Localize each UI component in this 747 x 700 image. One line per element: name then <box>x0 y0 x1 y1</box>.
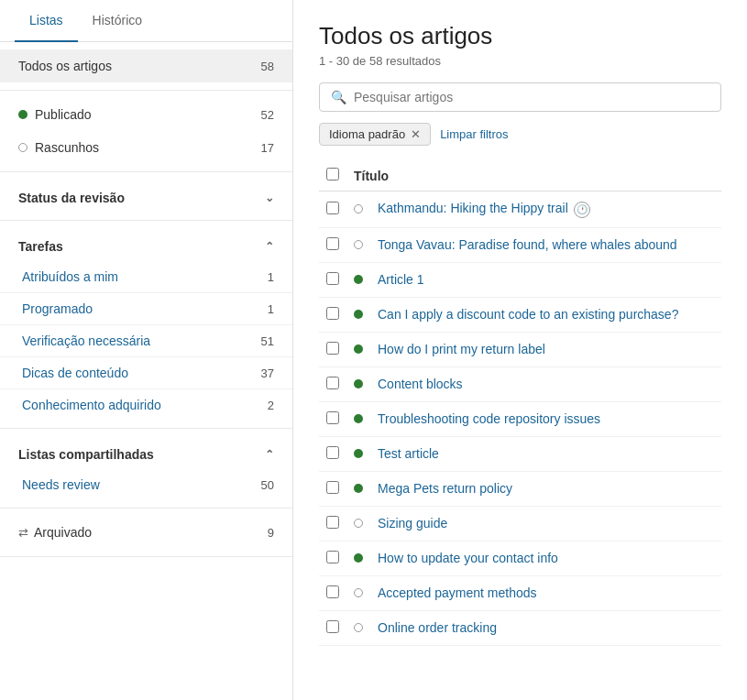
article-checkbox-col[interactable] <box>326 551 354 566</box>
article-checkbox-8[interactable] <box>326 446 339 459</box>
sidebar-item-archived[interactable]: ⇄ Arquivado 9 <box>0 516 292 549</box>
article-row[interactable]: Tonga Vavau: Paradise found, where whale… <box>319 228 721 263</box>
sidebar-item-programado[interactable]: Programado 1 <box>0 293 292 325</box>
status-dot <box>354 310 363 319</box>
article-checkbox-col[interactable] <box>326 202 354 217</box>
status-dot <box>354 588 363 597</box>
article-checkbox-12[interactable] <box>326 585 339 598</box>
all-articles-count: 58 <box>261 60 274 73</box>
article-checkbox-col[interactable] <box>326 620 354 636</box>
article-title[interactable]: Troubleshooting code repository issues <box>378 411 714 426</box>
article-checkbox-1[interactable] <box>326 202 339 214</box>
article-status-dot <box>354 588 372 597</box>
article-status-dot <box>354 553 372 563</box>
article-title[interactable]: Article 1 <box>378 272 714 287</box>
article-title[interactable]: Online order tracking <box>378 620 714 635</box>
article-checkbox-10[interactable] <box>326 516 339 529</box>
article-row[interactable]: Online order tracking <box>319 611 721 646</box>
article-row[interactable]: Article 1 <box>319 263 721 298</box>
article-checkbox-11[interactable] <box>326 551 339 563</box>
sidebar-item-publicado[interactable]: Publicado 52 <box>0 98 292 131</box>
article-checkbox-6[interactable] <box>326 377 339 389</box>
article-title[interactable]: Accepted payment methods <box>378 585 714 600</box>
article-checkbox-5[interactable] <box>326 342 339 355</box>
results-info: 1 - 30 de 58 resultados <box>319 54 721 68</box>
article-checkbox-col[interactable] <box>326 272 354 288</box>
article-row[interactable]: How to update your contact info <box>319 541 721 576</box>
search-box[interactable]: 🔍 <box>319 82 721 112</box>
article-title[interactable]: Test article <box>378 446 714 461</box>
article-row[interactable]: Can I apply a discount code to an existi… <box>319 298 721 333</box>
article-row[interactable]: Accepted payment methods <box>319 576 721 611</box>
search-input[interactable] <box>354 90 709 104</box>
article-row[interactable]: Troubleshooting code repository issues <box>319 402 721 437</box>
tasks-header[interactable]: Tarefas ⌃ <box>0 228 292 261</box>
article-title[interactable]: Tonga Vavau: Paradise found, where whale… <box>378 237 714 252</box>
sidebar-item-needs-review[interactable]: Needs review 50 <box>0 469 292 500</box>
filter-tag-language[interactable]: Idioma padrão ✕ <box>319 123 431 146</box>
article-title[interactable]: Mega Pets return policy <box>378 481 714 496</box>
status-dot <box>354 204 363 213</box>
status-section: Publicado 52 Rascunhos 17 <box>0 91 292 172</box>
clear-filters-link[interactable]: Limpar filtros <box>440 127 508 141</box>
article-checkbox-13[interactable] <box>326 620 339 633</box>
header-checkbox-col <box>326 168 354 183</box>
sidebar-item-conhecimento[interactable]: Conhecimento adquirido 2 <box>0 389 292 421</box>
status-dot <box>354 484 363 493</box>
article-checkbox-col[interactable] <box>326 342 354 357</box>
status-dot <box>354 623 363 632</box>
status-dot <box>354 414 363 423</box>
tab-historico[interactable]: Histórico <box>78 0 157 42</box>
sidebar-item-atribuidos[interactable]: Atribuídos a mim 1 <box>0 261 292 293</box>
article-title[interactable]: Kathmandu: Hiking the Hippy trail🕐 <box>378 201 714 218</box>
sidebar-tabs: Listas Histórico <box>0 0 292 42</box>
review-status-chevron: ⌄ <box>265 191 274 204</box>
article-checkbox-col[interactable] <box>326 585 354 601</box>
article-status-dot <box>354 275 372 284</box>
article-title[interactable]: Can I apply a discount code to an existi… <box>378 307 714 322</box>
article-title[interactable]: How do I print my return label <box>378 342 714 356</box>
article-checkbox-7[interactable] <box>326 411 339 424</box>
article-checkbox-col[interactable] <box>326 307 354 323</box>
article-checkbox-col[interactable] <box>326 516 354 531</box>
article-checkbox-col[interactable] <box>326 377 354 392</box>
sidebar-item-rascunhos[interactable]: Rascunhos 17 <box>0 131 292 164</box>
archived-section: ⇄ Arquivado 9 <box>0 509 292 557</box>
article-checkbox-4[interactable] <box>326 307 339 320</box>
title-column-header: Título <box>354 169 714 183</box>
article-row[interactable]: Kathmandu: Hiking the Hippy trail🕐 <box>319 191 721 228</box>
article-checkbox-9[interactable] <box>326 481 339 494</box>
article-checkbox-2[interactable] <box>326 237 339 250</box>
article-title[interactable]: Sizing guide <box>378 516 714 530</box>
article-row[interactable]: Test article <box>319 437 721 472</box>
article-checkbox-col[interactable] <box>326 411 354 427</box>
sidebar-item-dicas[interactable]: Dicas de conteúdo 37 <box>0 357 292 389</box>
article-checkbox-col[interactable] <box>326 237 354 253</box>
article-row[interactable]: Sizing guide <box>319 507 721 541</box>
tasks-chevron: ⌃ <box>265 240 274 253</box>
article-status-dot <box>354 204 372 213</box>
sidebar: Listas Histórico Todos os artigos 58 Pub… <box>0 0 293 700</box>
sidebar-item-verificacao[interactable]: Verificação necessária 51 <box>0 325 292 357</box>
publicado-count: 52 <box>261 108 274 122</box>
shared-lists-header[interactable]: Listas compartilhadas ⌃ <box>0 436 292 469</box>
tab-listas[interactable]: Listas <box>15 0 78 42</box>
article-row[interactable]: How do I print my return label <box>319 333 721 367</box>
article-checkbox-3[interactable] <box>326 272 339 285</box>
article-checkbox-col[interactable] <box>326 446 354 462</box>
article-title[interactable]: Content blocks <box>378 377 714 391</box>
select-all-checkbox[interactable] <box>326 168 339 180</box>
rascunhos-label: Rascunhos <box>18 140 99 155</box>
page-title: Todos os artigos <box>319 22 721 50</box>
article-row[interactable]: Mega Pets return policy <box>319 472 721 507</box>
review-status-header[interactable]: Status da revisão ⌄ <box>0 180 292 213</box>
all-articles-section: Todos os artigos 58 <box>0 42 292 91</box>
filter-remove-icon[interactable]: ✕ <box>411 127 421 141</box>
article-row[interactable]: Content blocks <box>319 367 721 402</box>
table-header: Título <box>319 160 721 191</box>
status-dot <box>354 379 363 388</box>
sidebar-item-all-articles[interactable]: Todos os artigos 58 <box>0 49 292 82</box>
article-checkbox-col[interactable] <box>326 481 354 497</box>
article-title[interactable]: How to update your contact info <box>378 551 714 565</box>
articles-list: Kathmandu: Hiking the Hippy trail🕐 Tonga… <box>319 191 721 646</box>
